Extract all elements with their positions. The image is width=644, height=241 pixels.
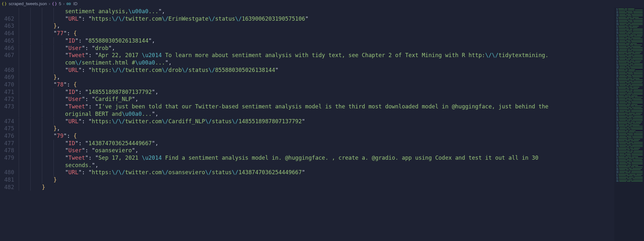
code-editor[interactable]: sentiment analysis,\u00a0...",462"URL": … — [0, 8, 614, 241]
json-string-icon — [66, 2, 71, 6]
line-number: 475 — [0, 125, 19, 132]
indent-guides — [19, 37, 65, 45]
indent-guides — [19, 15, 65, 23]
code-line[interactable]: 462"URL": "https:\/\/twitter.com\/ErinWe… — [0, 15, 614, 23]
indent-guides — [19, 162, 65, 169]
indent-guides — [19, 184, 42, 191]
indent-guides — [19, 176, 53, 184]
breadcrumb-path-2[interactable]: ID — [73, 1, 77, 6]
code-line[interactable]: 471"ID": "1485518987807137792", — [0, 88, 614, 96]
indent-guides — [19, 147, 65, 154]
code-line[interactable]: com\/sentiment.html #\u00a0...", — [0, 59, 614, 66]
code-content[interactable]: "ID": "855880305026138144", — [65, 37, 614, 45]
code-content[interactable]: "Tweet": "I've just been told that our T… — [65, 103, 614, 110]
indent-guides — [19, 30, 53, 37]
breadcrumb-file[interactable]: scraped_tweets.json — [9, 1, 47, 6]
line-number: 467 — [0, 52, 19, 59]
code-content[interactable]: } — [53, 176, 614, 184]
code-line[interactable]: 479"Tweet": "Sep 17, 2021 \u2014 Find a … — [0, 154, 614, 162]
code-content[interactable]: "URL": "https:\/\/twitter.com\/osansevie… — [65, 169, 614, 176]
code-content[interactable]: seconds.", — [65, 162, 614, 169]
code-line[interactable]: 468"URL": "https:\/\/twitter.com\/drob\/… — [0, 66, 614, 74]
code-content[interactable]: "ID": "1485518987807137792", — [65, 88, 614, 96]
indent-guides — [19, 169, 65, 176]
code-content[interactable]: "User": "osanseviero", — [65, 147, 614, 154]
code-line[interactable]: 482} — [0, 184, 614, 191]
breadcrumb-path-1[interactable]: 5 — [59, 1, 61, 6]
code-line[interactable]: seconds.", — [0, 162, 614, 169]
code-content[interactable]: sentiment analysis,\u00a0...", — [65, 8, 614, 15]
code-content[interactable]: com\/sentiment.html #\u00a0...", — [65, 59, 614, 66]
indent-guides — [19, 74, 53, 81]
indent-guides — [19, 88, 65, 96]
indent-guides — [19, 59, 65, 66]
code-line[interactable]: 480"URL": "https:\/\/twitter.com\/osanse… — [0, 169, 614, 176]
code-line[interactable]: 470"78": { — [0, 81, 614, 88]
breadcrumb[interactable]: scraped_tweets.json › 5 › ID — [0, 0, 644, 8]
indent-guides — [19, 81, 53, 88]
code-line[interactable]: 474"URL": "https:\/\/twitter.com\/Cardif… — [0, 118, 614, 125]
code-content[interactable]: }, — [53, 74, 614, 81]
code-content[interactable]: "78": { — [53, 81, 614, 88]
code-line[interactable]: 477"ID": "1438747036254449667", — [0, 140, 614, 147]
line-number: 464 — [0, 30, 19, 37]
code-line[interactable]: 476"79": { — [0, 132, 614, 140]
line-number: 477 — [0, 140, 19, 147]
code-line[interactable]: 472"User": "Cardiff_NLP", — [0, 95, 614, 103]
code-content[interactable]: "User": "Cardiff_NLP", — [65, 95, 614, 103]
code-content[interactable]: "Tweet": "Sep 17, 2021 \u2014 Find a sen… — [65, 154, 614, 162]
code-line[interactable]: 475}, — [0, 125, 614, 132]
code-content[interactable]: }, — [53, 125, 614, 132]
line-number: 465 — [0, 37, 19, 45]
indent-guides — [19, 118, 65, 125]
line-number: 463 — [0, 22, 19, 30]
line-number: 472 — [0, 95, 19, 103]
code-line[interactable]: original BERT and\u00a0...", — [0, 110, 614, 118]
code-line[interactable]: 464"77": { — [0, 30, 614, 37]
line-number: 470 — [0, 81, 19, 88]
minimap[interactable] — [614, 8, 644, 241]
indent-guides — [19, 22, 53, 30]
line-number: 462 — [0, 15, 19, 23]
line-number: 478 — [0, 147, 19, 154]
indent-guides — [19, 95, 65, 103]
code-content[interactable]: "User": "drob", — [65, 45, 614, 52]
line-number: 481 — [0, 176, 19, 184]
code-content[interactable]: "URL": "https:\/\/twitter.com\/ErinWestg… — [65, 15, 614, 23]
code-content[interactable]: "Tweet": "Apr 22, 2017 \u2014 To learn m… — [65, 52, 614, 59]
code-line[interactable]: 473"Tweet": "I've just been told that ou… — [0, 103, 614, 110]
code-line[interactable]: 467"Tweet": "Apr 22, 2017 \u2014 To lear… — [0, 52, 614, 59]
indent-guides — [19, 154, 65, 162]
json-file-icon — [2, 2, 6, 6]
indent-guides — [19, 140, 65, 147]
line-number: 473 — [0, 103, 19, 110]
indent-guides — [19, 45, 65, 52]
code-content[interactable]: "URL": "https:\/\/twitter.com\/Cardiff_N… — [65, 118, 614, 125]
code-content[interactable]: original BERT and\u00a0...", — [65, 110, 614, 118]
code-line[interactable]: 463}, — [0, 22, 614, 30]
code-content[interactable]: "77": { — [53, 30, 614, 37]
code-content[interactable]: }, — [53, 22, 614, 30]
indent-guides — [19, 52, 65, 59]
indent-guides — [19, 66, 65, 74]
code-line[interactable]: 466"User": "drob", — [0, 45, 614, 52]
line-number: 468 — [0, 66, 19, 74]
code-line[interactable]: 469}, — [0, 74, 614, 81]
code-line[interactable]: 478"User": "osanseviero", — [0, 147, 614, 154]
json-object-icon — [52, 2, 57, 6]
indent-guides — [19, 103, 65, 110]
code-content[interactable]: "79": { — [53, 132, 614, 140]
line-number: 476 — [0, 132, 19, 140]
code-line[interactable]: 481} — [0, 176, 614, 184]
line-number: 471 — [0, 88, 19, 96]
line-number: 474 — [0, 118, 19, 125]
code-line[interactable]: sentiment analysis,\u00a0...", — [0, 8, 614, 15]
code-content[interactable]: "ID": "1438747036254449667", — [65, 140, 614, 147]
code-content[interactable]: } — [42, 184, 614, 191]
code-line[interactable]: 465"ID": "855880305026138144", — [0, 37, 614, 45]
line-number: 480 — [0, 169, 19, 176]
code-content[interactable]: "URL": "https:\/\/twitter.com\/drob\/sta… — [65, 66, 614, 74]
indent-guides — [19, 8, 65, 15]
indent-guides — [19, 125, 53, 132]
indent-guides — [19, 132, 53, 140]
